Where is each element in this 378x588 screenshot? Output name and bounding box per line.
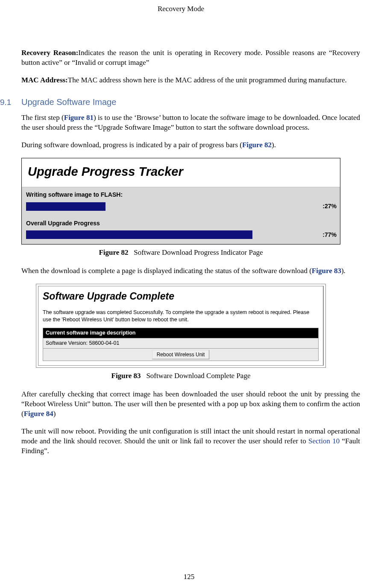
figure-ref-82[interactable]: Figure 82: [242, 141, 272, 149]
progress-fill: [26, 230, 252, 239]
caption-text: Software Download Progress Indicator Pag…: [134, 248, 263, 256]
progress-label-overall: Overall Upgrade Progress: [22, 216, 340, 231]
section-title: Upgrade Software Image: [21, 96, 116, 108]
page-number: 125: [0, 572, 378, 582]
paragraph: After carefully checking that correct im…: [21, 390, 360, 419]
def-recovery-reason: Recovery Reason:Indicates the reason the…: [21, 48, 360, 68]
def-label: MAC Address:: [21, 76, 68, 84]
button-row: Reboot Wireless Unit: [43, 348, 319, 361]
figure-83-caption: Figure 83 Software Download Complete Pag…: [0, 371, 362, 381]
software-version-cell: Software Version: 58600-04-01: [43, 338, 319, 349]
text-run: After carefully checking that correct im…: [21, 390, 360, 418]
figure-82-progress-tracker: Upgrade Progress Tracker Writing softwar…: [21, 158, 340, 245]
text-run: ): [53, 410, 56, 418]
running-header: Recovery Mode: [0, 0, 362, 48]
section-heading: 9.1 Upgrade Software Image: [0, 96, 362, 108]
text-run: The first step (: [21, 114, 64, 122]
def-text: The MAC address shown here is the MAC ad…: [68, 76, 347, 84]
progress-bar-flash: [26, 202, 320, 211]
paragraph: The first step (Figure 81) is to use the…: [21, 113, 360, 133]
reboot-wireless-unit-button[interactable]: Reboot Wireless Unit: [152, 350, 210, 359]
text-run: ).: [341, 267, 346, 275]
progress-tracker-title: Upgrade Progress Tracker: [22, 158, 340, 187]
paragraph: The unit will now reboot. Providing the …: [21, 427, 360, 456]
figure-ref-84[interactable]: Figure 84: [24, 410, 53, 418]
progress-bar-overall: [26, 230, 320, 239]
text-run: During software download, progress is in…: [21, 141, 242, 149]
caption-label: Figure 82: [99, 248, 128, 256]
progress-percent-flash: :27%: [322, 202, 337, 210]
def-label: Recovery Reason:: [21, 49, 78, 57]
figure-ref-83[interactable]: Figure 83: [312, 267, 341, 275]
text-run: When the download is complete a page is …: [21, 267, 312, 275]
figure-ref-81[interactable]: Figure 81: [64, 114, 94, 122]
text-run: ).: [272, 141, 276, 149]
upgrade-complete-message: The software upgrade was completed Succe…: [43, 309, 319, 323]
table-header: Current software image description: [43, 328, 319, 338]
software-description-table: Current software image description Softw…: [43, 328, 319, 361]
section-number: 9.1: [0, 97, 21, 108]
def-mac-address: MAC Address:The MAC address shown here i…: [21, 76, 360, 85]
progress-percent-overall: :77%: [322, 231, 337, 239]
figure-83-upgrade-complete: Software Upgrade Complete The software u…: [36, 284, 326, 368]
progress-label-flash: Writing software image to FLASH:: [22, 187, 340, 202]
figure-82-caption: Figure 82 Software Download Progress Ind…: [0, 248, 362, 258]
paragraph: When the download is complete a page is …: [21, 266, 360, 276]
caption-text: Software Download Complete Page: [146, 372, 250, 380]
paragraph: During software download, progress is in…: [21, 140, 360, 150]
upgrade-complete-title: Software Upgrade Complete: [43, 290, 319, 303]
caption-label: Figure 83: [111, 372, 141, 380]
progress-fill: [26, 202, 105, 211]
section-ref-10[interactable]: Section 10: [308, 437, 340, 445]
